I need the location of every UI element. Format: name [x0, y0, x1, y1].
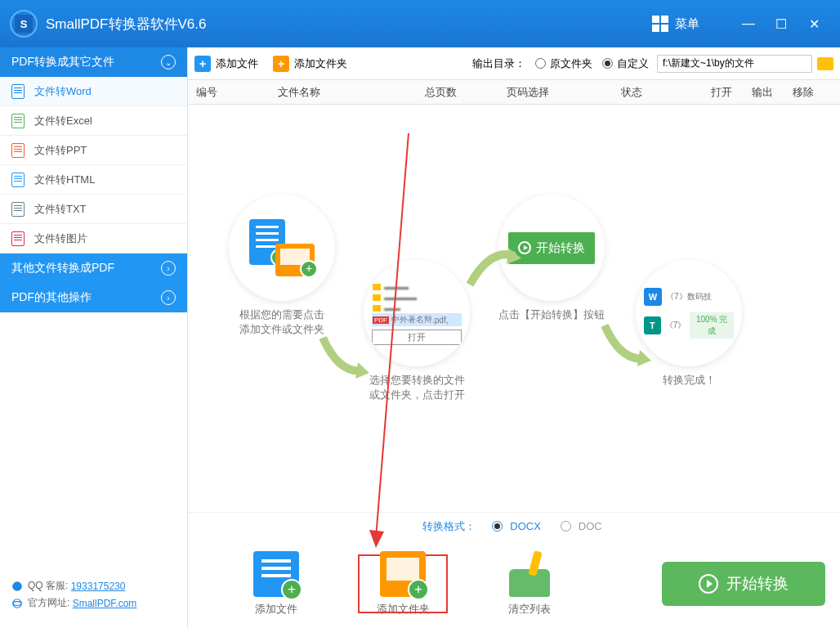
qq-link[interactable]: 1933175230: [71, 581, 126, 592]
close-button[interactable]: ✕: [798, 7, 830, 40]
col-page-select: 页码选择: [507, 85, 621, 100]
empty-state-canvas: 根据您的需要点击 添加文件或文件夹 ▬▬▬ ▬▬▬▬ ▬▬ PDF中外著名辩.p…: [188, 105, 840, 512]
add-file-icon: [253, 551, 299, 597]
excel-icon: [11, 114, 25, 128]
sidebar-item-txt[interactable]: 文件转TXT: [0, 195, 187, 224]
col-remove: 移除: [793, 85, 825, 100]
button-label: 添加文件: [216, 56, 258, 71]
qq-label: QQ 客服:: [28, 579, 68, 593]
clear-icon: [507, 551, 552, 597]
radio-label: 自定义: [617, 56, 649, 71]
maximize-button[interactable]: ☐: [765, 7, 798, 40]
radio-docx[interactable]: [492, 521, 503, 532]
sidebar-item-label: 文件转TXT: [34, 202, 87, 217]
action-label: 添加文件夹: [350, 602, 456, 617]
step-text: 根据您的需要点击: [229, 307, 335, 322]
output-path-input[interactable]: [657, 55, 812, 73]
add-folder-icon: [380, 551, 426, 597]
category-label: 其他文件转换成PDF: [11, 261, 114, 276]
sidebar-item-image[interactable]: 文件转图片: [0, 224, 187, 253]
svg-point-2: [13, 601, 22, 605]
ie-icon: [11, 598, 23, 609]
output-label: 输出目录：: [472, 56, 525, 71]
button-label: 开始转换: [726, 573, 789, 594]
qq-icon: [11, 581, 23, 592]
step-2: ▬▬▬ ▬▬▬▬ ▬▬ PDF中外著名辩.pdf, 打开 选择您要转换的文件 或…: [364, 260, 470, 402]
svg-point-1: [13, 599, 22, 608]
format-bar: 转换格式： DOCX DOC: [188, 512, 840, 540]
add-folder-action[interactable]: 添加文件夹: [350, 546, 456, 621]
col-number: 编号: [196, 85, 278, 100]
button-label: 添加文件夹: [294, 56, 347, 71]
clear-list-action[interactable]: 清空列表: [456, 551, 603, 617]
play-icon: [699, 574, 718, 594]
svg-point-0: [12, 581, 22, 591]
radio-source-folder[interactable]: [535, 58, 546, 69]
titlebar: S SmallPDF转换器软件V6.6 菜单 — ☐ ✕: [0, 0, 840, 47]
step-text: 转换完成！: [636, 373, 742, 388]
col-open: 打开: [711, 85, 752, 100]
collapse-icon: ⌄: [161, 55, 176, 70]
curve-arrow-icon: [466, 244, 523, 293]
curve-arrow-icon: [319, 334, 376, 383]
col-status: 状态: [621, 85, 711, 100]
site-link[interactable]: SmallPDF.com: [73, 598, 137, 609]
sidebar-category-pdf-to-other[interactable]: PDF转换成其它文件 ⌄: [0, 47, 187, 77]
expand-icon: ›: [161, 290, 176, 305]
txt-icon: [11, 202, 25, 217]
plus-icon: +: [273, 56, 289, 72]
menu-grid-icon[interactable]: [652, 16, 668, 32]
sidebar-item-label: 文件转Word: [34, 84, 92, 99]
main-panel: +添加文件 +添加文件夹 输出目录： 原文件夹 自定义 编号 文件名称 总页数 …: [187, 47, 840, 628]
action-label: 添加文件: [203, 602, 350, 617]
site-label: 官方网址:: [28, 596, 69, 610]
step-1: 根据您的需要点击 添加文件或文件夹: [229, 195, 335, 337]
image-icon: [11, 231, 25, 246]
format-label: 转换格式：: [422, 519, 476, 534]
format-option: DOCX: [510, 520, 541, 532]
radio-label: 原文件夹: [550, 56, 592, 71]
toolbar: +添加文件 +添加文件夹 输出目录： 原文件夹 自定义: [188, 47, 840, 80]
add-file-button[interactable]: +添加文件: [194, 56, 258, 72]
menu-button[interactable]: 菜单: [675, 16, 699, 32]
sidebar-item-label: 文件转Excel: [34, 114, 92, 128]
category-label: PDF转换成其它文件: [11, 55, 114, 70]
word-icon: [11, 84, 25, 99]
app-logo: S: [10, 10, 38, 38]
col-pages: 总页数: [425, 85, 507, 100]
expand-icon: ›: [161, 261, 176, 276]
sidebar-item-label: 文件转HTML: [34, 173, 95, 187]
list-header: 编号 文件名称 总页数 页码选择 状态 打开 输出 移除: [188, 80, 840, 105]
category-label: PDF的其他操作: [11, 290, 92, 305]
step-text: 或文件夹，点击打开: [364, 388, 470, 402]
sidebar-category-pdf-ops[interactable]: PDF的其他操作 ›: [0, 283, 187, 312]
radio-custom-folder[interactable]: [602, 58, 613, 69]
minimize-button[interactable]: —: [732, 7, 765, 40]
add-file-action[interactable]: 添加文件: [203, 551, 350, 617]
browse-folder-icon[interactable]: [817, 57, 833, 70]
sidebar-item-label: 文件转图片: [34, 231, 87, 246]
sidebar-footer: QQ 客服: 1933175230 官方网址: SmallPDF.com: [0, 572, 187, 628]
ppt-icon: [11, 143, 25, 158]
radio-doc[interactable]: [561, 521, 571, 532]
sidebar-item-label: 文件转PPT: [34, 143, 87, 158]
plus-icon: +: [194, 56, 211, 72]
curve-arrow-icon: [601, 321, 658, 370]
start-convert-button[interactable]: 开始转换: [662, 562, 825, 606]
col-output: 输出: [752, 85, 793, 100]
format-option: DOC: [579, 520, 602, 532]
add-folder-button[interactable]: +添加文件夹: [273, 56, 347, 72]
col-filename: 文件名称: [278, 85, 425, 100]
sidebar-item-ppt[interactable]: 文件转PPT: [0, 136, 187, 165]
app-title: SmallPDF转换器软件V6.6: [46, 15, 652, 34]
bottom-bar: 添加文件 添加文件夹 清空列表 开始转换: [188, 540, 840, 628]
sidebar-category-other-to-pdf[interactable]: 其他文件转换成PDF ›: [0, 253, 187, 283]
sidebar-item-word[interactable]: 文件转Word: [0, 77, 187, 106]
sidebar-item-html[interactable]: 文件转HTML: [0, 165, 187, 195]
sidebar-item-excel[interactable]: 文件转Excel: [0, 106, 187, 136]
step-text: 点击【开始转换】按钮: [498, 307, 605, 322]
sidebar: PDF转换成其它文件 ⌄ 文件转Word 文件转Excel 文件转PPT 文件转…: [0, 47, 187, 628]
step-text: 选择您要转换的文件: [364, 373, 470, 388]
action-label: 清空列表: [456, 602, 603, 617]
html-icon: [11, 173, 25, 187]
